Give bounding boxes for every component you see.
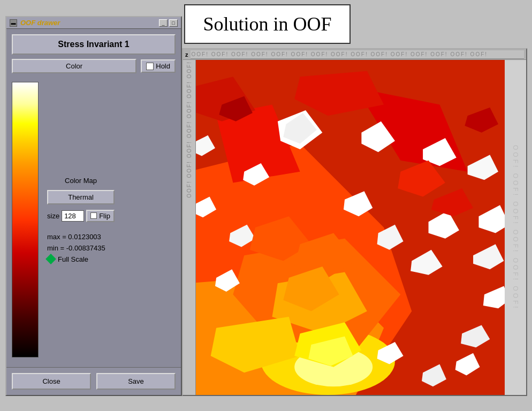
close-button[interactable]: Close [12, 373, 91, 390]
maximize-button[interactable]: □ [169, 19, 178, 27]
save-button[interactable]: Save [96, 373, 176, 390]
colormap-label: Color Map [47, 177, 115, 185]
colormap-controls: Color Map Thermal size Flip max = 0.0123… [47, 82, 115, 357]
colormap-area: Color Map Thermal size Flip max = 0.0123… [12, 78, 176, 362]
viz-left-watermark: OOF! OOF! OOF! OOF! OOF! OOF! OOF! [186, 61, 192, 198]
oof-drawer-content: Stress Invariant 1 Color Hold Color Map … [6, 29, 181, 367]
bottom-buttons: Close Save [6, 367, 181, 395]
color-hold-row: Color Hold [12, 59, 176, 73]
min-value: min = -0.00837435 [47, 244, 115, 252]
stress-invariant-button[interactable]: Stress Invariant 1 [12, 34, 176, 55]
stats-area: max = 0.0123003 min = -0.00837435 Full S… [47, 233, 115, 263]
viz-header: z OOF! OOF! OOF! OOF! OOF! OOF! OOF! OOF… [183, 49, 526, 60]
full-scale-row: Full Scale [47, 255, 115, 263]
viz-body: OOF! OOF! OOF! OOF! OOF! OOF! OOF! [183, 60, 526, 395]
z-label: z [185, 51, 188, 58]
viz-right-strip: OOF! OOF! OOF! OOF! OOF! OOF! [505, 60, 526, 395]
minimize-button[interactable]: _ [159, 19, 168, 27]
hold-label: Hold [156, 62, 170, 70]
color-button[interactable]: Color [12, 59, 136, 73]
oof-drawer-titlebar: ▬ OOF drawer _ □ [6, 17, 181, 29]
viz-canvas [196, 60, 505, 395]
titlebar-controls: _ □ [159, 19, 178, 27]
oof-drawer-title: OOF drawer [20, 19, 60, 27]
viz-right-watermark: OOF! OOF! OOF! OOF! OOF! OOF! [512, 145, 519, 310]
size-flip-row: size Flip [47, 210, 115, 222]
diamond-icon [45, 254, 56, 264]
flip-label: Flip [99, 212, 110, 220]
viz-left-strip: OOF! OOF! OOF! OOF! OOF! OOF! OOF! [183, 60, 196, 395]
main-window: Solution in OOF ▬ OOF drawer _ □ Stress … [0, 0, 532, 411]
solution-title-box: Solution in OOF [184, 4, 351, 44]
thermal-button[interactable]: Thermal [47, 190, 115, 204]
hold-checkbox[interactable] [146, 63, 154, 70]
viz-scrollbar-text: OOF! OOF! OOF! OOF! OOF! OOF! OOF! OOF! … [192, 51, 488, 57]
hold-container: Hold [141, 59, 176, 73]
flip-checkbox[interactable] [90, 212, 97, 219]
solution-title-text: Solution in OOF [203, 13, 331, 35]
viz-window: z OOF! OOF! OOF! OOF! OOF! OOF! OOF! OOF… [182, 48, 527, 396]
window-icon: ▬ [10, 19, 17, 27]
size-input[interactable] [62, 210, 84, 222]
flip-container: Flip [86, 210, 115, 222]
viz-scrollbar-h[interactable]: OOF! OOF! OOF! OOF! OOF! OOF! OOF! OOF! … [191, 50, 525, 59]
max-value: max = 0.0123003 [47, 233, 115, 241]
full-scale-label: Full Scale [58, 255, 88, 263]
oof-drawer-panel: ▬ OOF drawer _ □ Stress Invariant 1 Colo… [5, 16, 182, 396]
viz-svg [196, 60, 505, 395]
gradient-bar [12, 82, 39, 357]
size-label: size [47, 212, 59, 220]
